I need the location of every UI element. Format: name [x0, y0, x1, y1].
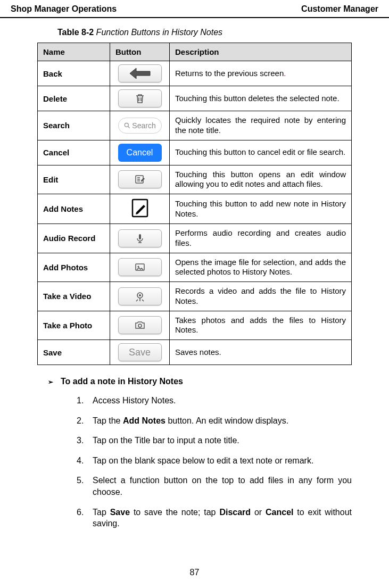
row-button: Cancel: [110, 140, 170, 165]
back-icon: [118, 64, 162, 82]
row-name: Edit: [38, 165, 110, 194]
row-name: Delete: [38, 86, 110, 111]
table-row: Audio Record Performs audio recording an…: [38, 224, 352, 253]
row-name: Take a Photo: [38, 311, 110, 340]
page-header: Shop Manager Operations Customer Manager: [0, 0, 389, 18]
howto-section: ➢ To add a note in History Notes 1.Acces…: [37, 377, 352, 529]
row-button: [110, 311, 170, 340]
table-row: Cancel Cancel Touching this button to ca…: [38, 140, 352, 165]
row-desc: Performs audio recording and creates aud…: [170, 224, 352, 253]
table-row: Save Save Saves notes.: [38, 340, 352, 365]
bullet-arrow-icon: ➢: [48, 378, 53, 386]
svg-rect-3: [133, 200, 147, 217]
image-icon: [118, 258, 162, 276]
svg-point-9: [138, 324, 142, 327]
step-item: 4.Tap on the blank space below to edit a…: [77, 455, 352, 467]
step-item: 5.Select a function button on the top to…: [77, 475, 352, 498]
row-button: [110, 282, 170, 311]
row-button: [110, 61, 170, 86]
add-note-icon: [129, 197, 151, 219]
svg-point-8: [139, 294, 141, 296]
video-icon: [118, 287, 162, 305]
cancel-button-graphic: Cancel: [118, 144, 162, 162]
col-button: Button: [110, 43, 170, 61]
row-desc: Touching this button to cancel edit or f…: [170, 140, 352, 165]
row-name: Save: [38, 340, 110, 365]
row-desc: Returns to the previous screen.: [170, 61, 352, 86]
row-name: Search: [38, 111, 110, 140]
camera-icon: [118, 316, 162, 334]
row-name: Cancel: [38, 140, 110, 165]
row-button: [110, 253, 170, 282]
row-desc: Saves notes.: [170, 340, 352, 365]
page-number: 87: [0, 568, 389, 577]
col-description: Description: [170, 43, 352, 61]
howto-title: To add a note in History Notes: [61, 377, 183, 386]
edit-icon: [118, 170, 162, 188]
table-row: Take a Photo Takes photos and adds the f…: [38, 311, 352, 340]
table-header-row: Name Button Description: [38, 43, 352, 61]
save-button-graphic: Save: [118, 343, 162, 361]
header-right: Customer Manager: [301, 4, 378, 14]
row-button: Save: [110, 340, 170, 365]
row-name: Add Notes: [38, 194, 110, 224]
caption-number: Table 8-2: [57, 28, 94, 37]
step-item: 3.Tap on the Title bar to input a note t…: [77, 435, 352, 446]
caption-title: Function Buttons in History Notes: [94, 28, 222, 37]
row-button: [110, 194, 170, 224]
function-buttons-table: Name Button Description Back Returns to …: [37, 43, 352, 365]
trash-icon: [118, 89, 162, 107]
row-name: Back: [38, 61, 110, 86]
svg-point-0: [125, 123, 129, 127]
table-row: Add Notes Touching this button to add ne…: [38, 194, 352, 224]
step-item: 2.Tap the Add Notes button. An edit wind…: [77, 415, 352, 427]
table-caption: Table 8-2 Function Buttons in History No…: [37, 28, 352, 37]
svg-rect-4: [139, 234, 141, 239]
row-name: Add Photos: [38, 253, 110, 282]
row-desc: Touching this button opens an edit windo…: [170, 165, 352, 194]
row-button: Search: [110, 111, 170, 140]
row-desc: Takes photos and adds the files to Histo…: [170, 311, 352, 340]
step-item: 1.Access History Notes.: [77, 395, 352, 407]
row-desc: Quickly locates the required note by ent…: [170, 111, 352, 140]
step-item: 6.Tap Save to save the note; tap Discard…: [77, 507, 352, 529]
row-desc: Opens the image file for selection, and …: [170, 253, 352, 282]
table-row: Back Returns to the previous screen.: [38, 61, 352, 86]
table-row: Add Photos Opens the image file for sele…: [38, 253, 352, 282]
table-row: Search Search Quickly locates the requir…: [38, 111, 352, 140]
row-name: Audio Record: [38, 224, 110, 253]
table-row: Take a Video Records a video and adds th…: [38, 282, 352, 311]
svg-line-1: [128, 127, 130, 128]
header-left: Shop Manager Operations: [11, 4, 117, 14]
table-row: Edit Touching this button opens an edit …: [38, 165, 352, 194]
row-button: [110, 165, 170, 194]
row-button: [110, 86, 170, 111]
table-row: Delete Touching this button deletes the …: [38, 86, 352, 111]
row-desc: Touching this button to add new note in …: [170, 194, 352, 224]
row-desc: Touching this button deletes the selecte…: [170, 86, 352, 111]
col-name: Name: [38, 43, 110, 61]
search-label: Search: [132, 121, 155, 130]
row-desc: Records a video and adds the file to His…: [170, 282, 352, 311]
microphone-icon: [118, 229, 162, 247]
search-pill: Search: [118, 118, 162, 134]
row-button: [110, 224, 170, 253]
row-name: Take a Video: [38, 282, 110, 311]
